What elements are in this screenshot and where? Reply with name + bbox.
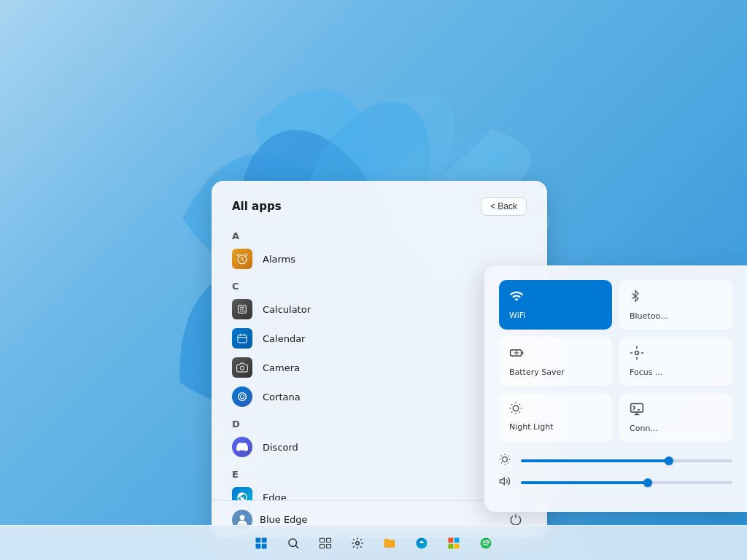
volume-slider[interactable] — [521, 481, 732, 484]
calculator-icon — [232, 299, 252, 319]
svg-rect-24 — [449, 537, 454, 542]
bluetooth-label: Bluetoo... — [630, 311, 667, 321]
battery-saver-icon — [509, 346, 524, 363]
svg-point-4 — [239, 393, 247, 401]
taskbar-start-button[interactable] — [248, 530, 274, 556]
svg-rect-2 — [238, 335, 247, 343]
night-light-label: Night Light — [509, 422, 554, 432]
app-name-cortana: Cortana — [263, 392, 301, 402]
svg-rect-25 — [454, 537, 460, 542]
qs-tile-connect[interactable]: Conn... — [619, 393, 732, 442]
calendar-icon — [232, 328, 252, 349]
start-menu-header: All apps < Back — [212, 181, 547, 223]
app-name-calendar: Calendar — [263, 333, 305, 344]
taskbar-widgets-button[interactable] — [344, 530, 371, 556]
taskbar-file-explorer-button[interactable] — [376, 530, 403, 556]
alarms-icon — [232, 249, 252, 269]
wifi-label: WiFi — [509, 311, 525, 320]
svg-rect-27 — [454, 543, 460, 548]
svg-rect-15 — [262, 537, 267, 542]
brightness-slider-row — [499, 454, 732, 468]
volume-icon — [499, 475, 514, 490]
cortana-icon — [232, 386, 252, 407]
connect-icon — [630, 402, 644, 419]
discord-icon — [232, 437, 252, 457]
app-name-calculator: Calculator — [263, 304, 311, 315]
svg-marker-13 — [500, 478, 504, 484]
svg-rect-16 — [256, 543, 261, 548]
qs-tile-battery-saver[interactable]: Battery Saver — [499, 337, 612, 386]
wifi-icon — [509, 289, 524, 306]
quick-settings-panel: WiFi Bluetoo... — [484, 265, 747, 512]
focus-label: Focus ... — [630, 368, 662, 377]
focus-icon — [630, 346, 644, 363]
volume-slider-row — [499, 475, 732, 490]
camera-icon — [232, 357, 252, 378]
qs-tile-focus[interactable]: Focus ... — [619, 337, 732, 386]
svg-point-9 — [635, 351, 639, 355]
qs-tile-night-light[interactable]: Night Light — [499, 393, 612, 442]
bluetooth-icon — [630, 289, 641, 307]
taskbar-spotify-button[interactable] — [473, 530, 499, 556]
svg-point-5 — [240, 394, 244, 398]
app-name-camera: Camera — [263, 362, 300, 373]
all-apps-title: All apps — [232, 200, 282, 213]
svg-rect-17 — [262, 543, 267, 548]
svg-point-12 — [503, 457, 508, 462]
app-name-alarms: Alarms — [263, 254, 295, 265]
brightness-icon — [499, 454, 514, 468]
taskbar-task-view-button[interactable] — [312, 530, 338, 556]
svg-rect-19 — [320, 538, 325, 542]
svg-point-28 — [481, 537, 492, 548]
desktop: All apps < Back A Alarms C — [0, 0, 747, 560]
connect-label: Conn... — [630, 424, 658, 433]
taskbar-search-button[interactable] — [280, 530, 306, 556]
svg-point-18 — [289, 539, 297, 547]
taskbar-store-button[interactable] — [441, 530, 467, 556]
qs-tile-wifi[interactable]: WiFi — [499, 280, 612, 330]
quick-settings-grid: WiFi Bluetoo... — [499, 280, 732, 442]
back-button[interactable]: < Back — [481, 197, 527, 216]
brightness-slider[interactable] — [521, 459, 732, 462]
svg-point-3 — [240, 366, 244, 370]
svg-rect-22 — [327, 544, 331, 548]
taskbar-edge-button[interactable] — [409, 530, 435, 556]
app-name-discord: Discord — [263, 442, 298, 453]
svg-rect-20 — [327, 538, 331, 542]
battery-saver-label: Battery Saver — [509, 368, 565, 377]
svg-rect-11 — [631, 404, 643, 413]
section-letter-a: A — [226, 223, 533, 244]
svg-point-7 — [240, 515, 245, 520]
svg-point-10 — [513, 405, 519, 411]
night-light-icon — [509, 402, 522, 418]
user-name: Blue Edge — [260, 514, 308, 525]
svg-rect-26 — [449, 543, 454, 548]
svg-point-23 — [356, 541, 360, 545]
qs-tile-bluetooth[interactable]: Bluetoo... — [619, 280, 732, 330]
svg-rect-21 — [320, 544, 325, 548]
taskbar — [0, 525, 747, 560]
svg-rect-14 — [256, 537, 261, 542]
